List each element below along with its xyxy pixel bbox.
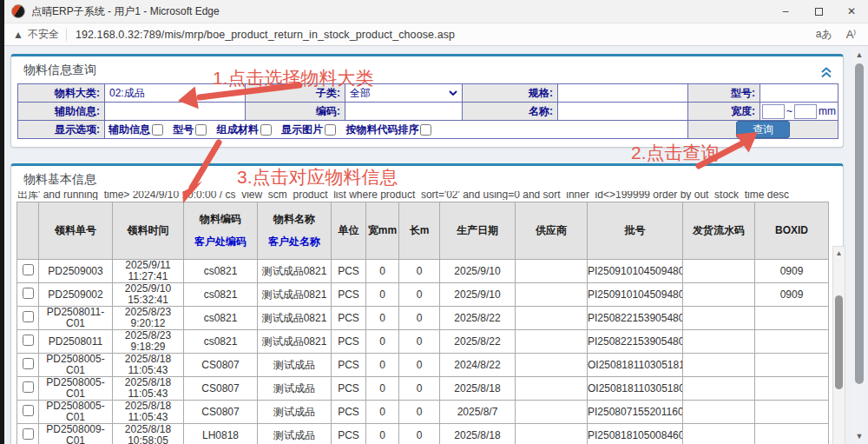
option-aux-label: 辅助信息 (108, 123, 150, 137)
table-row[interactable]: PD2508005-C012025/8/18 11:05:43CS0807测试成… (17, 377, 829, 401)
maximize-button[interactable] (802, 0, 835, 23)
table-cell: PCS (332, 283, 366, 307)
width-to-input[interactable] (794, 104, 817, 119)
option-image-label: 显示图片 (281, 123, 323, 137)
option-sort-checkbox[interactable] (420, 124, 431, 136)
table-cell: 2025/8/23 9:18:29 (113, 330, 184, 354)
table-cell: 测试成品 (258, 424, 332, 444)
model-input[interactable] (760, 85, 838, 102)
chevron-down-icon (232, 90, 240, 96)
table-cell (516, 260, 588, 283)
col-order-no: 领料单号 (39, 202, 113, 260)
col-serial: 发货流水码 (683, 202, 755, 260)
option-materials-checkbox[interactable] (260, 124, 272, 136)
table-cell: 0 (399, 401, 440, 424)
width-from-input[interactable] (762, 104, 785, 119)
table-cell: 测试成品0821 (258, 330, 332, 354)
security-label[interactable]: 不安全 (28, 27, 59, 42)
option-aux-checkbox[interactable] (152, 124, 163, 136)
row-checkbox[interactable] (23, 288, 34, 299)
row-checkbox[interactable] (23, 381, 34, 393)
minimize-button[interactable]: – (769, 0, 802, 23)
row-checkbox[interactable] (23, 335, 34, 346)
table-cell: 2025/9/11 11:27:41 (113, 260, 184, 283)
table-cell (755, 424, 829, 444)
table-cell: 0 (399, 330, 440, 354)
row-checkbox[interactable] (23, 405, 34, 416)
aux-info-input[interactable] (105, 103, 245, 120)
option-materials-label: 组成材料 (217, 123, 259, 137)
url-text[interactable]: 192.168.0.32:789/mis/mrp/boe_product_ret… (76, 29, 455, 41)
table-cell (516, 307, 588, 330)
table-cell: 2025/8/22 (440, 330, 516, 354)
row-checkbox[interactable] (23, 311, 34, 322)
table-cell: 2025/8/23 9:20:12 (113, 307, 184, 330)
page-scroll-up-icon[interactable]: ▲ (852, 49, 866, 61)
option-model-checkbox[interactable] (195, 124, 207, 136)
row-checkbox[interactable] (23, 358, 34, 369)
spec-input[interactable] (558, 85, 687, 102)
table-cell: 0 (366, 354, 399, 377)
table-cell (683, 401, 755, 424)
display-options-label: 显示选项: (18, 121, 105, 139)
window-title: 点晴ERP子系统 - 用户1 - Microsoft Edge (31, 4, 220, 19)
option-model-label: 型号 (173, 123, 194, 137)
table-row[interactable]: PD25090032025/9/11 11:27:41cs0821测试成品082… (17, 260, 829, 283)
name-input[interactable] (558, 103, 687, 120)
page-scrollbar-thumb[interactable] (855, 63, 864, 384)
table-cell (755, 307, 829, 330)
debug-sql-text: 出库' and running_time> 2024/9/10 10:0:00 … (17, 191, 837, 200)
table-cell: cs0821 (184, 307, 258, 330)
table-cell: 测试成品0821 (258, 283, 332, 307)
address-bar[interactable]: ▲ 不安全 192.168.0.32:789/mis/mrp/boe_produ… (4, 23, 868, 46)
scroll-up-icon[interactable]: ▲ (833, 248, 845, 259)
table-cell (755, 354, 829, 377)
table-cell: PD2509003 (39, 260, 113, 283)
table-cell: CS0807 (184, 354, 258, 377)
col-width: 宽mm (366, 202, 399, 260)
table-cell (683, 283, 755, 307)
table-cell: 0 (366, 260, 399, 283)
table-cell: 0 (366, 307, 399, 330)
table-row[interactable]: PD25090022025/9/10 15:32:41cs0821测试成品082… (17, 283, 829, 307)
table-scrollbar-thumb[interactable] (835, 295, 843, 389)
table-row[interactable]: PD2508005-C012025/8/18 11:05:43CS0807测试成… (17, 401, 829, 424)
col-boxid: BOXID (755, 202, 829, 260)
table-cell: 0 (399, 424, 440, 444)
close-button[interactable]: ✕ (835, 0, 868, 23)
col-material-code: 物料编码 客户处编码 (184, 202, 258, 260)
table-cell: PCS (332, 307, 366, 330)
read-aloud-icon[interactable]: A) (846, 28, 856, 41)
table-row[interactable]: PD2508011-C012025/8/23 9:20:12cs0821测试成品… (17, 307, 829, 330)
code-input[interactable] (345, 103, 462, 120)
table-cell: 测试成品0821 (258, 260, 332, 283)
table-scrollbar[interactable]: ▲ (832, 246, 845, 444)
page-scrollbar[interactable]: ▲ ▼ (852, 47, 866, 444)
table-cell: cs0821 (184, 260, 258, 283)
table-cell: PCS (332, 424, 366, 444)
table-row[interactable]: PD2508005-C012025/8/18 11:05:43CS0807测试成… (17, 354, 829, 377)
table-cell: 2025/9/10 (440, 260, 516, 283)
row-checkbox[interactable] (23, 428, 34, 440)
table-cell: PCS (332, 377, 366, 401)
table-cell: 2025/8/22 (440, 307, 516, 330)
table-cell: 2025/8/18 (440, 377, 516, 401)
table-row[interactable]: PD2508009-C012025/8/18 10:58:05LH0818测试成… (17, 424, 829, 444)
table-cell: 2025/8/18 11:05:43 (113, 401, 184, 424)
search-button[interactable]: 查询 (736, 121, 790, 138)
table-cell: PCS (332, 330, 366, 354)
table-cell: PD2509002 (39, 283, 113, 307)
table-cell: 2025/8/18 11:05:43 (113, 354, 184, 377)
row-checkbox[interactable] (23, 264, 34, 275)
annotation-step3: 3.点击对应物料信息 (237, 165, 398, 189)
page-scroll-down-icon[interactable]: ▼ (852, 430, 866, 442)
width-unit: mm (819, 105, 836, 117)
table-cell: 0909 (755, 260, 829, 283)
col-supplier: 供应商 (516, 202, 588, 260)
option-image-checkbox[interactable] (325, 124, 336, 136)
table-cell: PI250818105008460 (588, 424, 683, 444)
table-cell: 2025/8/18 11:05:43 (113, 377, 184, 401)
translate-icon[interactable]: aあ (816, 27, 832, 42)
table-row[interactable]: PD25080112025/8/23 9:18:29cs0821测试成品0821… (17, 330, 829, 354)
collapse-panel-icon[interactable] (820, 67, 832, 78)
